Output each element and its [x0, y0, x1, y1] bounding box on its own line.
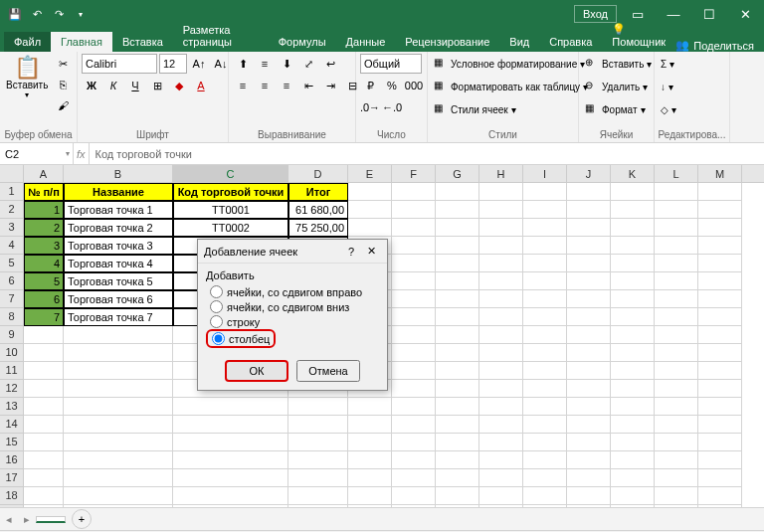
cell[interactable]	[698, 362, 742, 380]
cell[interactable]	[392, 308, 436, 326]
cell[interactable]	[64, 434, 173, 451]
cell[interactable]	[348, 416, 392, 434]
number-format-select[interactable]	[360, 54, 422, 74]
cell[interactable]	[392, 487, 436, 505]
cell[interactable]	[567, 344, 611, 362]
cell[interactable]	[64, 398, 173, 416]
cell[interactable]	[655, 451, 698, 469]
save-icon[interactable]: 💾	[6, 5, 24, 23]
cell[interactable]	[479, 255, 523, 272]
radio-input[interactable]	[210, 300, 223, 313]
cell[interactable]: ТТ0001	[173, 201, 288, 219]
align-top-icon[interactable]: ⬆	[233, 54, 253, 74]
cell[interactable]: Торговая точка 7	[64, 308, 173, 326]
cell[interactable]	[655, 219, 698, 237]
cell[interactable]	[698, 380, 742, 398]
cell[interactable]: 5	[24, 272, 64, 290]
cell[interactable]	[173, 451, 288, 469]
font-size-select[interactable]	[159, 54, 187, 74]
cell[interactable]	[479, 487, 523, 505]
cell[interactable]	[567, 290, 611, 308]
cell[interactable]	[479, 416, 523, 434]
cell[interactable]	[24, 451, 64, 469]
sheet-tab[interactable]	[36, 516, 66, 523]
cell[interactable]: Торговая точка 1	[64, 201, 173, 219]
cell[interactable]	[479, 183, 523, 201]
cell[interactable]	[64, 487, 173, 505]
cell[interactable]	[523, 201, 567, 219]
cell[interactable]	[611, 487, 655, 505]
cell[interactable]	[173, 469, 288, 487]
row-header[interactable]: 13	[0, 398, 24, 416]
tab-данные[interactable]: Данные	[336, 32, 396, 52]
percent-icon[interactable]: %	[382, 76, 402, 95]
cell[interactable]: Торговая точка 4	[64, 255, 173, 272]
cell[interactable]	[523, 362, 567, 380]
cell[interactable]: Торговая точка 6	[64, 290, 173, 308]
cell[interactable]: ТТ0002	[173, 219, 288, 237]
cell[interactable]	[611, 290, 655, 308]
tab-file[interactable]: Файл	[4, 32, 51, 52]
cell[interactable]	[567, 255, 611, 272]
select-all-corner[interactable]	[0, 165, 24, 182]
tab-рецензирование[interactable]: Рецензирование	[395, 32, 499, 52]
cell[interactable]	[567, 416, 611, 434]
cell[interactable]	[436, 469, 479, 487]
cell[interactable]	[567, 434, 611, 451]
cell[interactable]	[392, 451, 436, 469]
row-header[interactable]: 11	[0, 362, 24, 380]
row-header[interactable]: 17	[0, 469, 24, 487]
cell[interactable]	[523, 434, 567, 451]
radio-option[interactable]: ячейки, со сдвигом вниз	[206, 299, 379, 314]
bold-icon[interactable]: Ж	[82, 76, 101, 95]
cell[interactable]	[567, 380, 611, 398]
row-header[interactable]: 7	[0, 290, 24, 308]
cell[interactable]	[611, 416, 655, 434]
paste-button[interactable]: 📋 Вставить ▾	[4, 54, 50, 101]
cell[interactable]	[567, 505, 611, 507]
cell[interactable]	[288, 469, 348, 487]
cell[interactable]	[523, 487, 567, 505]
decrease-indent-icon[interactable]: ⇤	[298, 76, 318, 95]
cell[interactable]	[611, 219, 655, 237]
cell[interactable]	[655, 344, 698, 362]
cell[interactable]	[392, 380, 436, 398]
cell[interactable]	[611, 201, 655, 219]
tab-помощник[interactable]: 💡 Помощник	[602, 19, 675, 52]
cell[interactable]	[523, 183, 567, 201]
cell[interactable]: Код торговой точки	[173, 183, 288, 201]
cell[interactable]	[523, 344, 567, 362]
cell[interactable]	[567, 326, 611, 344]
cell[interactable]	[567, 237, 611, 255]
row-header[interactable]: 8	[0, 308, 24, 326]
fill-button[interactable]: ↓ ▾	[659, 77, 675, 96]
cell[interactable]	[698, 219, 742, 237]
cell[interactable]	[698, 237, 742, 255]
dialog-help-button[interactable]: ?	[341, 246, 361, 258]
cell[interactable]	[611, 272, 655, 290]
cell[interactable]	[392, 201, 436, 219]
cell[interactable]	[479, 380, 523, 398]
col-header-E[interactable]: E	[348, 165, 392, 182]
radio-option[interactable]: столбец	[206, 329, 276, 348]
cell[interactable]	[655, 434, 698, 451]
cell[interactable]	[348, 201, 392, 219]
cell[interactable]	[392, 362, 436, 380]
cell[interactable]: № п/п	[24, 183, 64, 201]
cell[interactable]	[64, 469, 173, 487]
cell[interactable]	[698, 255, 742, 272]
cell[interactable]	[436, 272, 479, 290]
cell[interactable]	[348, 451, 392, 469]
cell[interactable]	[392, 219, 436, 237]
cell[interactable]	[392, 344, 436, 362]
row-header[interactable]: 4	[0, 237, 24, 255]
cell[interactable]	[173, 505, 288, 507]
cell[interactable]	[698, 398, 742, 416]
row-header[interactable]: 6	[0, 272, 24, 290]
cell[interactable]	[392, 505, 436, 507]
cell[interactable]	[567, 308, 611, 326]
cell[interactable]	[348, 219, 392, 237]
cell[interactable]	[173, 416, 288, 434]
cell[interactable]	[64, 362, 173, 380]
cell[interactable]	[698, 326, 742, 344]
